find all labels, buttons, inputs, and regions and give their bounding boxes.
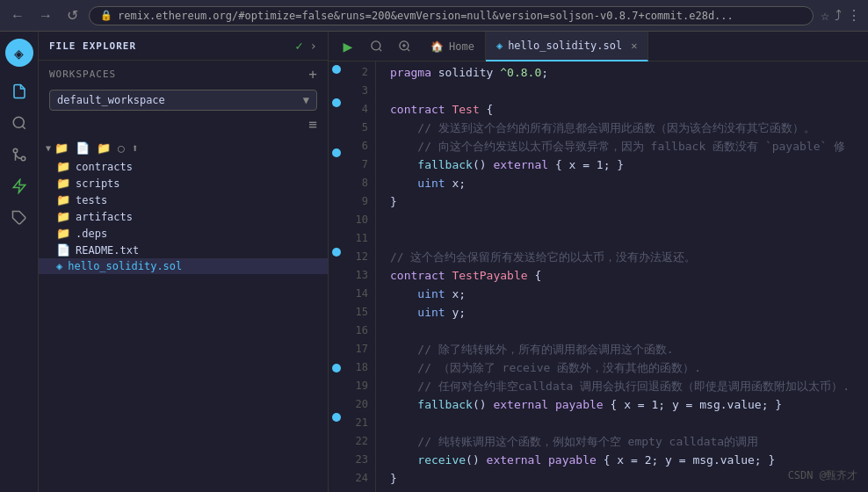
bookmark-star-icon[interactable]: ☆ [821, 7, 829, 24]
code-line-7: fallback() external { x = 1; } [390, 156, 854, 174]
upload-icon[interactable]: ⬆ [132, 141, 139, 155]
code-line-13: contract TestPayable { [390, 266, 854, 285]
editor-content: 23456 7891011 1213141516 1718192021 2223… [329, 62, 868, 492]
code-line-2: pragma solidity ^0.8.0; [390, 63, 854, 82]
close-tab-button[interactable]: ✕ [631, 40, 637, 52]
svg-marker-4 [13, 180, 25, 193]
code-line-15: uint y; [390, 303, 854, 322]
tree-item-artifacts[interactable]: 📁 artifacts [39, 208, 328, 225]
code-line-20: fallback() external payable { x = 1; y =… [390, 395, 854, 414]
breakpoint-dot-7[interactable] [332, 148, 341, 157]
svg-line-9 [407, 48, 409, 51]
breakpoint-dot-2[interactable] [332, 65, 341, 74]
new-folder-icon[interactable]: 📁 [97, 141, 111, 155]
check-icon[interactable]: ✓ [295, 39, 302, 53]
tree-item-scripts[interactable]: 📁 scripts [39, 175, 328, 192]
home-icon: 🏠 [430, 40, 444, 53]
sidebar-icon-plugin[interactable] [5, 204, 33, 232]
code-line-4: contract Test { [390, 100, 854, 119]
hamburger-row: ≡ [39, 114, 328, 134]
share-icon[interactable]: ⤴ [835, 7, 842, 24]
workspaces-add-button[interactable]: + [308, 66, 317, 83]
editor-tabs: 🏠 Home ◈ hello_solidity.sol ✕ [420, 32, 861, 62]
code-line-19: // 任何对合约非空calldata 调用会执行回退函数（即使是调用函数附加以太… [390, 377, 854, 395]
browser-actions: ☆ ⤴ ⋮ [821, 7, 861, 24]
browser-chrome: ← → ↺ 🔒 remix.ethereum.org/#optimize=fal… [0, 0, 868, 32]
reload-button[interactable]: ↺ [63, 5, 82, 25]
tree-item-label: contracts [76, 161, 133, 173]
code-line-23: receive() external payable { x = 2; y = … [390, 451, 854, 469]
search-button[interactable] [364, 34, 388, 59]
root-folder[interactable]: ▼ 📁 📄 📁 ○ ⬆ [39, 138, 328, 158]
file-tree: ▼ 📁 📄 📁 ○ ⬆ 📁 contracts 📁 scripts 📁 t [39, 134, 328, 492]
svg-point-0 [13, 117, 24, 127]
svg-point-3 [13, 148, 18, 153]
breakpoint-dot-4[interactable] [332, 98, 341, 107]
editor-toolbar: ▶ 🏠 Home ◈ hello_solidity.sol ✕ [329, 32, 868, 62]
breakpoint-dot-20[interactable] [332, 364, 341, 373]
sidebar-icon-file-explorer[interactable] [5, 77, 33, 105]
tree-item-label: artifacts [76, 211, 133, 223]
code-line-9: } [390, 192, 854, 211]
breakpoint-dot-13[interactable] [332, 248, 341, 257]
svg-line-7 [379, 48, 381, 51]
code-line-10 [390, 211, 854, 229]
git-clone-icon[interactable]: ○ [118, 141, 125, 155]
sidebar-icon-git[interactable] [5, 141, 33, 169]
workspace-selector[interactable]: default_workspace ▼ [49, 90, 317, 111]
code-line-16 [390, 322, 854, 340]
svg-point-2 [21, 156, 25, 161]
file-panel: FILE EXPLORER ✓ › WORKSPACES + default_w… [39, 32, 329, 492]
root-folder-actions: 📄 📁 ○ ⬆ [76, 141, 139, 155]
code-line-12: // 这个合约会保留所有发送给它的以太币，没有办法返还。 [390, 248, 854, 266]
workspace-name: default_workspace [57, 94, 165, 106]
code-line-17: // 除了纯转账外，所有的调用都会调用这个函数. [390, 340, 854, 358]
code-line-18: // （因为除了 receive 函数外，没有其他的函数）. [390, 358, 854, 377]
tree-item-hello-solidity[interactable]: ◈ hello_solidity.sol [39, 258, 328, 274]
tab-home[interactable]: 🏠 Home [420, 32, 486, 62]
tree-item-label: hello_solidity.sol [68, 260, 182, 272]
tab-hello-solidity[interactable]: ◈ hello_solidity.sol ✕ [486, 32, 649, 62]
back-button[interactable]: ← [7, 6, 28, 25]
tree-item-label: README.txt [76, 244, 139, 257]
forward-button[interactable]: → [35, 6, 56, 25]
more-icon[interactable]: ⋮ [847, 7, 861, 24]
tree-item-deps[interactable]: 📁 .deps [39, 225, 328, 242]
sidebar-icon-deploy[interactable] [5, 172, 33, 200]
workspace-dropdown-icon: ▼ [303, 94, 309, 106]
new-file-icon[interactable]: 📄 [76, 141, 90, 155]
tree-item-readme[interactable]: 📄 README.txt [39, 242, 328, 258]
zoom-in-button[interactable] [392, 34, 416, 59]
sidebar-icon-search[interactable] [5, 109, 33, 137]
tab-hello-solidity-label: hello_solidity.sol [508, 40, 622, 52]
sol-tab-icon: ◈ [496, 40, 503, 52]
code-line-3 [390, 82, 854, 100]
code-area[interactable]: pragma solidity ^0.8.0; contract Test { … [376, 62, 868, 492]
code-line-25 [390, 488, 854, 492]
lock-icon: 🔒 [100, 10, 112, 21]
tree-item-label: tests [76, 194, 107, 206]
line-dots [329, 62, 344, 492]
file-explorer-title: FILE EXPLORER [49, 40, 136, 52]
breakpoint-dot-23[interactable] [332, 413, 341, 422]
code-line-5: // 发送到这个合约的所有消息都会调用此函数（因为该合约没有其它函数）。 [390, 119, 854, 137]
code-line-22: // 纯转账调用这个函数，例如对每个空 empty calldata的调用 [390, 432, 854, 451]
hamburger-menu-icon[interactable]: ≡ [308, 116, 317, 133]
workspaces-row: WORKSPACES + [39, 61, 328, 88]
workspaces-label: WORKSPACES [49, 69, 116, 80]
url-bar[interactable]: 🔒 remix.ethereum.org/#optimize=false&run… [89, 6, 814, 25]
tree-item-label: .deps [76, 228, 107, 240]
code-line-8: uint x; [390, 174, 854, 192]
expand-icon[interactable]: › [310, 39, 317, 53]
tree-item-tests[interactable]: 📁 tests [39, 192, 328, 208]
remix-logo: ◈ [5, 39, 33, 67]
code-line-14: uint x; [390, 285, 854, 303]
tree-item-contracts[interactable]: 📁 contracts [39, 158, 328, 175]
app-container: ◈ FILE EXPLORER ✓ › WORKSPACES + [0, 32, 868, 492]
editor-area: ▶ 🏠 Home ◈ hello_solidity.sol ✕ [329, 32, 868, 492]
code-line-11 [390, 229, 854, 248]
run-button[interactable]: ▶ [336, 34, 360, 59]
code-line-21 [390, 414, 854, 432]
line-numbers: 23456 7891011 1213141516 1718192021 2223… [344, 62, 376, 492]
tab-home-label: Home [449, 40, 474, 53]
